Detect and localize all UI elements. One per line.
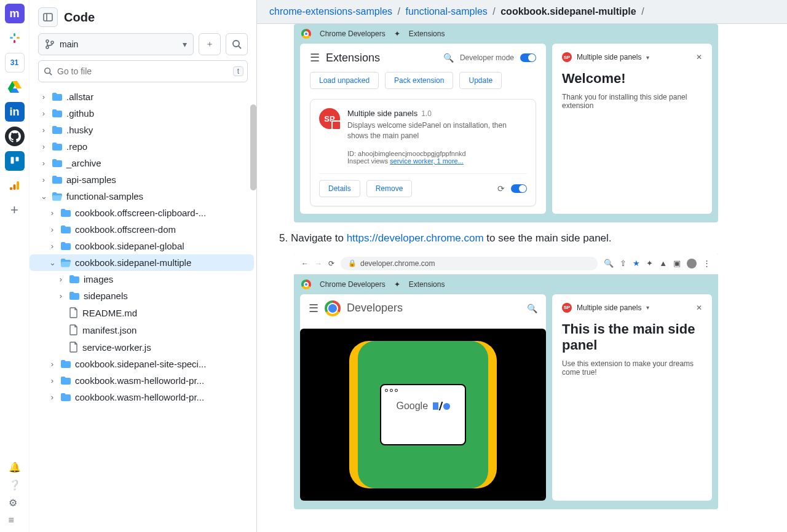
sidepanel-icon: ▣ bbox=[673, 259, 681, 268]
svg-rect-1 bbox=[14, 33, 15, 36]
file-icon bbox=[69, 307, 79, 318]
tree-item-label: cookbook.offscreen-dom bbox=[75, 224, 176, 235]
analytics-icon[interactable] bbox=[5, 176, 25, 195]
tree-folder[interactable]: ›api-samples bbox=[30, 171, 254, 188]
file-filter-field[interactable] bbox=[57, 66, 242, 76]
puzzle-icon: ✦ bbox=[394, 29, 400, 38]
tree-folder[interactable]: ⌄cookbook.sidepanel-multiple bbox=[30, 254, 254, 271]
folder-icon bbox=[52, 92, 63, 102]
help-icon[interactable]: ❔ bbox=[9, 479, 21, 491]
chevron-icon: › bbox=[39, 175, 48, 184]
slack-icon[interactable] bbox=[5, 28, 25, 48]
chrome-icon bbox=[301, 280, 311, 289]
tree-folder[interactable]: ›.husky bbox=[30, 122, 254, 138]
scrollbar-thumb[interactable] bbox=[250, 104, 256, 190]
back-icon: ← bbox=[301, 259, 309, 268]
close-icon: ✕ bbox=[696, 303, 702, 312]
calendar-icon[interactable]: 31 bbox=[5, 53, 25, 72]
menu-icon[interactable]: ≡ bbox=[9, 515, 21, 526]
tree-folder[interactable]: ›cookbook.offscreen-clipboard-... bbox=[30, 205, 254, 221]
tree-folder[interactable]: ›cookbook.sidepanel-site-speci... bbox=[30, 356, 254, 372]
branch-icon bbox=[45, 39, 55, 49]
tree-folder[interactable]: ›.repo bbox=[30, 138, 254, 155]
chevron-icon: › bbox=[39, 109, 48, 118]
caret-down-icon: ▾ bbox=[183, 39, 187, 49]
tree-item-label: manifest.json bbox=[82, 325, 136, 335]
svg-point-14 bbox=[51, 41, 53, 44]
linkedin-icon[interactable]: in bbox=[5, 102, 25, 122]
folder-icon bbox=[52, 175, 63, 185]
tree-folder[interactable]: ›sidepanels bbox=[30, 288, 254, 304]
tree-file[interactable]: README.md bbox=[30, 304, 254, 321]
svg-rect-5 bbox=[10, 157, 14, 164]
tree-folder[interactable]: ›.allstar bbox=[30, 88, 254, 105]
search-icon bbox=[44, 67, 52, 76]
branch-selector[interactable]: main ▾ bbox=[38, 33, 194, 55]
svg-rect-2 bbox=[17, 37, 20, 39]
toggle-on-icon bbox=[511, 184, 527, 193]
trello-icon[interactable] bbox=[5, 151, 25, 171]
folder-icon bbox=[52, 142, 63, 152]
folder-icon bbox=[52, 192, 63, 201]
github-icon[interactable] bbox=[5, 127, 25, 146]
sidebar-toggle-icon[interactable] bbox=[38, 7, 58, 27]
tree-folder[interactable]: ›cookbook.wasm-helloworld-pr... bbox=[30, 389, 254, 405]
kbd-shortcut-hint: t bbox=[233, 66, 243, 76]
close-icon: ✕ bbox=[696, 53, 702, 61]
add-app-icon[interactable]: + bbox=[5, 200, 25, 220]
tree-folder[interactable]: ›images bbox=[30, 271, 254, 288]
tree-folder[interactable]: ⌄functional-samples bbox=[30, 188, 254, 205]
svg-point-9 bbox=[9, 187, 12, 190]
folder-icon bbox=[60, 393, 71, 402]
folder-icon bbox=[60, 376, 71, 386]
chevron-icon: › bbox=[48, 359, 57, 369]
breadcrumb-link[interactable]: chrome-extensions-samples bbox=[269, 6, 392, 17]
search-button[interactable] bbox=[226, 33, 248, 55]
tree-file[interactable]: manifest.json bbox=[30, 321, 254, 338]
notifications-icon[interactable]: 🔔 bbox=[9, 461, 21, 473]
tree-item-label: .github bbox=[66, 108, 94, 119]
tree-file[interactable]: service-worker.js bbox=[30, 338, 254, 356]
search-icon: 🔍 bbox=[527, 303, 537, 313]
add-button[interactable]: ＋ bbox=[199, 33, 221, 55]
reload-icon: ⟳ bbox=[497, 184, 505, 194]
screenshot-main-panel: ← → ⟳ 🔒 developer.chrome.com 🔍 ⇧ ★ ✦ ▲ ▣… bbox=[294, 253, 718, 509]
svg-point-13 bbox=[46, 46, 49, 49]
tree-item-label: cookbook.sidepanel-global bbox=[75, 241, 184, 251]
svg-point-17 bbox=[45, 68, 50, 74]
tree-item-label: cookbook.sidepanel-multiple bbox=[75, 257, 191, 268]
plus-icon: ＋ bbox=[205, 39, 214, 50]
tree-folder[interactable]: ›cookbook.wasm-helloworld-pr... bbox=[30, 372, 254, 389]
drive-icon[interactable] bbox=[5, 77, 25, 97]
tree-item-label: cookbook.sidepanel-site-speci... bbox=[75, 359, 206, 369]
step-5-link[interactable]: https://developer.chrome.com bbox=[347, 232, 484, 244]
svg-line-18 bbox=[50, 73, 52, 76]
folder-icon bbox=[60, 241, 71, 251]
toggle-on-icon bbox=[520, 53, 536, 62]
breadcrumb-link[interactable]: functional-samples bbox=[405, 6, 487, 17]
svg-rect-7 bbox=[17, 181, 19, 190]
tree-folder[interactable]: ›cookbook.sidepanel-global bbox=[30, 238, 254, 254]
tree-folder[interactable]: ›cookbook.offscreen-dom bbox=[30, 221, 254, 238]
tree-folder[interactable]: ›.github bbox=[30, 105, 254, 122]
file-filter-input[interactable]: t bbox=[38, 60, 248, 82]
chevron-icon: › bbox=[48, 225, 57, 234]
folder-icon bbox=[52, 158, 63, 168]
svg-point-15 bbox=[233, 41, 239, 47]
tree-item-label: service-worker.js bbox=[82, 342, 151, 353]
hamburger-icon: ☰ bbox=[310, 51, 320, 65]
chevron-icon: ⌄ bbox=[39, 192, 48, 201]
file-tree[interactable]: ›.allstar›.github›.husky›.repo›_archive›… bbox=[30, 88, 256, 532]
chevron-icon: › bbox=[48, 241, 57, 251]
tree-item-label: api-samples bbox=[66, 174, 116, 185]
tree-item-label: images bbox=[84, 274, 113, 284]
folder-icon bbox=[60, 258, 71, 268]
search-icon: 🔍 bbox=[604, 259, 614, 268]
tree-folder[interactable]: ›_archive bbox=[30, 155, 254, 171]
settings-icon[interactable]: ⚙ bbox=[9, 497, 21, 509]
puzzle-icon: ✦ bbox=[646, 259, 653, 268]
mastodon-icon[interactable]: m bbox=[5, 4, 25, 23]
more-icon: ⋮ bbox=[703, 259, 711, 268]
reload-icon: ⟳ bbox=[328, 259, 334, 268]
left-app-rail: m 31 in + 🔔 ❔ ⚙ ≡ bbox=[0, 0, 30, 532]
